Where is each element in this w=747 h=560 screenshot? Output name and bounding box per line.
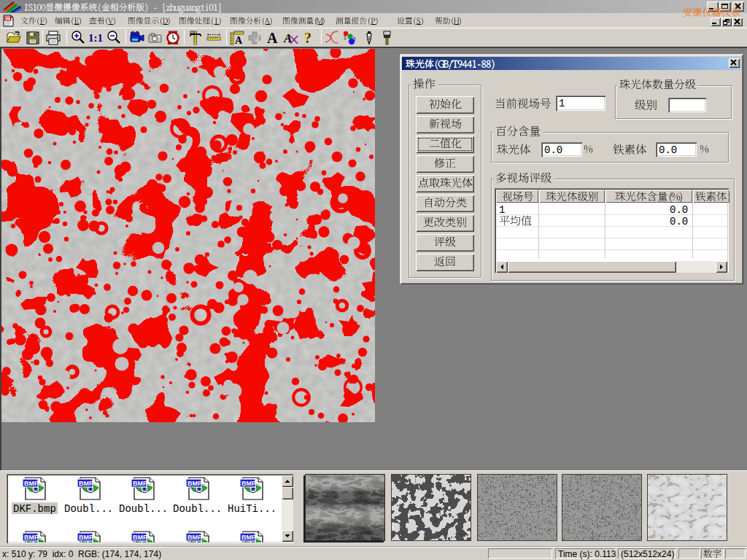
svg-text:A: A	[235, 35, 243, 46]
svg-text:1: 1	[344, 35, 347, 40]
svg-text:?: ?	[304, 30, 311, 46]
svg-text:DOC: DOC	[5, 17, 14, 21]
svg-text:C: C	[191, 31, 193, 34]
svg-text:A: A	[267, 30, 278, 46]
svg-text:1:1: 1:1	[88, 32, 103, 44]
